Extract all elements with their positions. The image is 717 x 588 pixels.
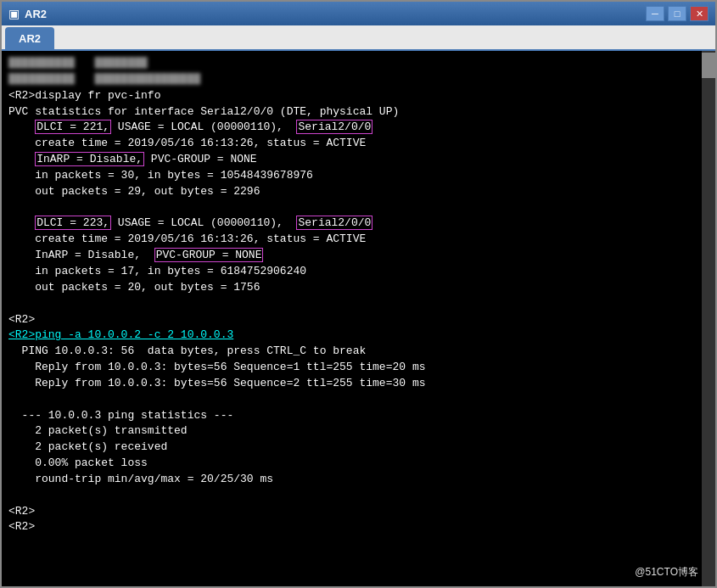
out-packets1: out packets = 29, out bytes = 2296 bbox=[8, 185, 260, 198]
received: 2 packet(s) received bbox=[8, 440, 167, 453]
ping-header: PING 10.0.0.3: 56 data bytes, press CTRL… bbox=[8, 344, 366, 357]
dlci2-highlight: DLCI = 223, bbox=[35, 216, 111, 230]
in-packets1: in packets = 30, in bytes = 105484396789… bbox=[8, 169, 313, 182]
prompt1: <R2> bbox=[8, 313, 35, 326]
inarp2-line: InARP = Disable, PVC-GROUP = NONE bbox=[8, 248, 263, 262]
cmd-display-fr: <R2>display fr pvc-info bbox=[8, 89, 160, 102]
terminal-content[interactable]: ██████████ ████████ ██████████ █████████… bbox=[2, 51, 702, 586]
title-bar-left: ▣ AR2 bbox=[8, 7, 47, 20]
inarp1-line: InARP = Disable, PVC-GROUP = NONE bbox=[8, 152, 257, 166]
serial2-highlight: Serial2/0/0 bbox=[296, 216, 373, 230]
inarp1-highlight: InARP = Disable, bbox=[35, 152, 144, 166]
prompt2: <R2> bbox=[8, 505, 35, 518]
blurred-line1: ██████████ ████████ bbox=[8, 56, 148, 72]
serial1-highlight: Serial2/0/0 bbox=[296, 120, 373, 134]
prompt3: <R2> bbox=[8, 520, 35, 533]
title-bar-controls: ─ □ ✕ bbox=[646, 6, 709, 21]
scrollbar-thumb[interactable] bbox=[702, 53, 715, 78]
terminal-container: ██████████ ████████ ██████████ █████████… bbox=[2, 51, 715, 586]
out-packets2: out packets = 20, out bytes = 1756 bbox=[8, 281, 260, 294]
tab-ar2[interactable]: AR2 bbox=[5, 27, 54, 49]
window-icon: ▣ bbox=[8, 7, 20, 20]
minimize-button[interactable]: ─ bbox=[646, 6, 664, 21]
title-bar-text: AR2 bbox=[25, 8, 47, 20]
blurred-line2: ██████████ ████████████████ bbox=[8, 72, 200, 88]
dlci1-highlight: DLCI = 221, bbox=[35, 120, 111, 134]
title-bar: ▣ AR2 ─ □ ✕ bbox=[2, 2, 715, 25]
dlci2-line: DLCI = 223, USAGE = LOCAL (00000110), Se… bbox=[8, 216, 373, 230]
dlci1-line: DLCI = 221, USAGE = LOCAL (00000110), Se… bbox=[8, 120, 373, 134]
window: ▣ AR2 ─ □ ✕ AR2 ██████████ ████████ ████… bbox=[0, 0, 717, 588]
reply1: Reply from 10.0.0.3: bytes=56 Sequence=1… bbox=[8, 361, 425, 373]
reply2: Reply from 10.0.0.3: bytes=56 Sequence=2… bbox=[8, 377, 425, 389]
transmitted: 2 packet(s) transmitted bbox=[8, 424, 188, 437]
roundtrip: round-trip min/avg/max = 20/25/30 ms bbox=[8, 473, 273, 485]
pvc-group-highlight: PVC-GROUP = NONE bbox=[154, 248, 264, 262]
close-button[interactable]: ✕ bbox=[690, 6, 709, 21]
scrollbar[interactable] bbox=[702, 51, 715, 586]
restore-button[interactable]: □ bbox=[668, 6, 686, 21]
create-time1: create time = 2019/05/16 16:13:26, statu… bbox=[8, 137, 366, 149]
watermark: @51CTO博客 bbox=[635, 565, 698, 580]
in-packets2: in packets = 17, in bytes = 618475290624… bbox=[8, 265, 306, 277]
create-time2: create time = 2019/05/16 16:13:26, statu… bbox=[8, 232, 366, 245]
loss: 0.00% packet loss bbox=[8, 456, 148, 469]
cmd-ping: <R2>ping -a 10.0.0.2 -c 2 10.0.0.3 bbox=[8, 328, 233, 341]
pvc-header: PVC statistics for interface Serial2/0/0… bbox=[8, 105, 399, 118]
stats-header: --- 10.0.0.3 ping statistics --- bbox=[8, 409, 233, 422]
tab-bar: AR2 bbox=[2, 25, 715, 51]
